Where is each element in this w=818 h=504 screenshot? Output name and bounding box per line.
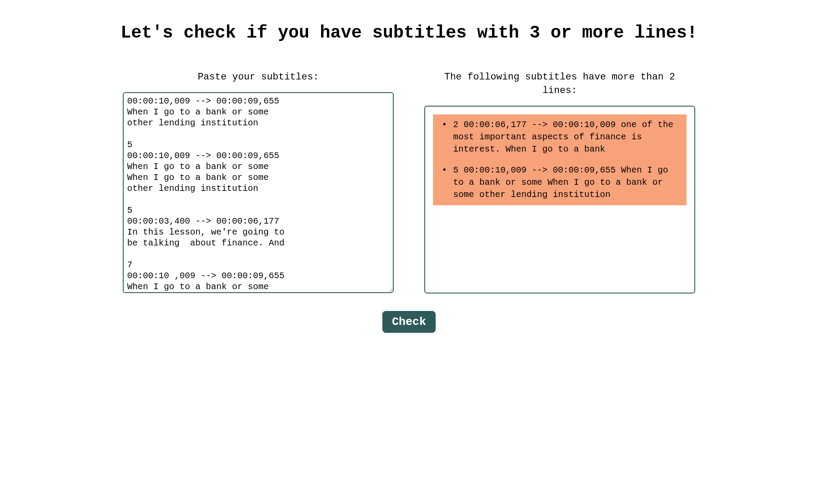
button-row: Check [26,311,792,333]
right-column-label: The following subtitles have more than 2… [424,71,695,98]
list-item: 5 00:00:10,009 --> 00:00:09,655 When I g… [433,160,686,205]
results-box: 2 00:00:06,177 --> 00:00:10,009 one of t… [424,106,695,293]
left-column-label: Paste your subtitles: [123,71,394,84]
list-item: 2 00:00:06,177 --> 00:00:10,009 one of t… [433,114,686,160]
columns-wrapper: Paste your subtitles: 00:00:10,009 --> 0… [26,71,792,293]
check-button[interactable]: Check [382,311,436,333]
subtitles-input[interactable]: 00:00:10,009 --> 00:00:09,655 When I go … [123,92,394,293]
right-column: The following subtitles have more than 2… [424,71,695,293]
left-column: Paste your subtitles: 00:00:10,009 --> 0… [123,71,394,293]
result-text: 2 00:00:06,177 --> 00:00:10,009 one of t… [453,119,680,155]
result-text: 5 00:00:10,009 --> 00:00:09,655 When I g… [453,164,680,201]
page-title: Let's check if you have subtitles with 3… [103,22,715,45]
